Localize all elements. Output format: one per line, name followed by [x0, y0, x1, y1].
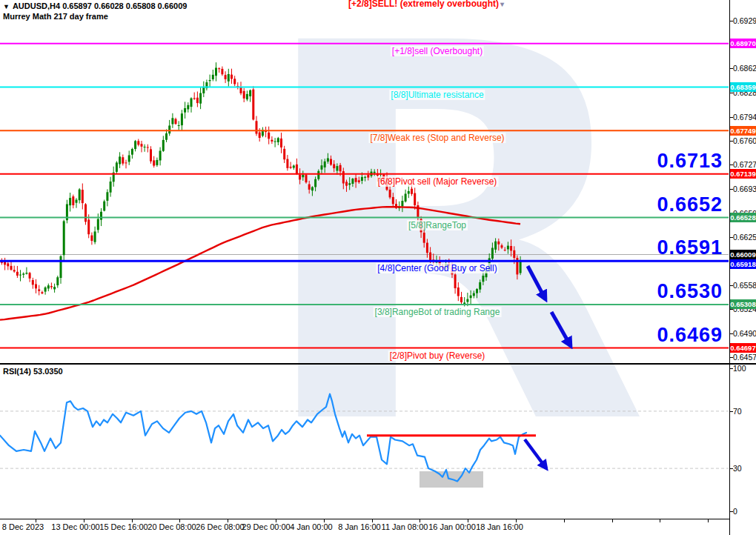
murrey-level-lines — [0, 44, 729, 348]
rsi-indicator-label: RSI(14) 53.0350 — [3, 367, 63, 376]
rsi-indicator-pane[interactable] — [0, 365, 729, 519]
level-price-callout: 0.6652 — [657, 193, 723, 216]
price-scale-label: 0.68620 — [733, 64, 756, 73]
trend-arrow — [525, 439, 546, 468]
murrey-level-label: [2/8]Pivot buy (Reverse) — [388, 350, 487, 361]
time-scale-tick — [660, 519, 660, 522]
pane-separator[interactable] — [0, 363, 756, 365]
trading-chart-window: R ▼AUDUSD,H4 0.65897 0.66028 0.65808 0.6… — [0, 0, 756, 535]
chart-header: ▼AUDUSD,H4 0.65897 0.66028 0.65808 0.660… — [3, 1, 187, 10]
signal-label: [+2/8]SELL! (extremely overbought) — [348, 0, 499, 9]
time-scale-label: 8 Jan 16:00 — [338, 522, 381, 531]
time-scale-label: 15 Dec 16:00 — [99, 522, 147, 531]
time-scale-label: 11 Jan 08:00 — [382, 522, 428, 531]
time-scale-label: 29 Dec 00:00 — [242, 522, 290, 531]
rsi-scale-label: 30 — [733, 464, 742, 473]
indicator-name: Murrey Math 217 day frame — [3, 12, 108, 21]
time-scale-tick — [708, 519, 709, 522]
time-scale-label: 13 Dec 00:00 — [51, 522, 99, 531]
price-scale-badge: 0.66009 — [730, 250, 756, 259]
price-scale[interactable]: 0.692900.686200.682800.679400.676000.672… — [729, 0, 756, 535]
price-scale-badge: 0.68970 — [730, 39, 756, 48]
murrey-level-label: [7/8]Weak res (Stop and Reverse) — [368, 133, 505, 143]
trend-arrow — [551, 312, 571, 346]
main-price-pane[interactable] — [0, 0, 729, 364]
price-scale-label: 0.64900 — [733, 329, 756, 339]
time-scale-label: 16 Jan 00:00 — [428, 522, 476, 531]
price-scale-badge: 0.66528 — [730, 213, 756, 222]
murrey-level-label: [3/8]RangeBot of trading Range — [374, 307, 502, 317]
signal-caret-icon: ▾ — [500, 0, 504, 8]
rsi-scale-label: 100 — [733, 364, 746, 373]
price-scale-label: 0.64570 — [733, 353, 756, 362]
time-scale-label: 4 Jan 00:00 — [290, 522, 333, 531]
time-scale-label: 20 Dec 08:00 — [147, 522, 196, 531]
symbol-quote-line: AUDUSD,H4 0.65897 0.66028 0.65808 0.6600… — [13, 1, 187, 10]
price-scale-label: 0.69290 — [733, 16, 756, 26]
murrey-level-label: [6/8]Pivot sell (Major Reverse) — [377, 176, 499, 187]
price-scale-label: 0.66250 — [733, 233, 756, 242]
murrey-level-label: [5/8]RangeTop — [407, 220, 468, 230]
time-scale-label: 18 Jan 16:00 — [476, 522, 523, 531]
level-price-callout: 0.6530 — [657, 280, 723, 302]
price-scale-label: 0.67600 — [733, 136, 756, 146]
price-scale-label: 0.66930 — [733, 185, 756, 194]
murrey-level-label: [+1/8]sell (Overbought) — [391, 46, 484, 56]
price-scale-badge: 0.67749 — [730, 126, 756, 136]
murrey-level-label: [4/8]Center (Good Buy or Sell) — [376, 263, 498, 273]
time-scale-tick — [564, 519, 565, 522]
price-scale-badge: 0.67139 — [730, 169, 756, 179]
price-scale-badge: 0.65918 — [730, 259, 756, 269]
time-scale-label: 8 Dec 2023 — [2, 522, 44, 531]
price-scale-badge: 0.65308 — [730, 299, 756, 309]
price-scale-label: 0.67270 — [733, 160, 756, 170]
price-scale-label: 0.67940 — [733, 113, 756, 122]
price-scale-badge: 0.68359 — [730, 82, 756, 92]
time-scale-tick — [612, 519, 613, 522]
rsi-scale-label: 70 — [733, 407, 742, 416]
level-price-callout: 0.6713 — [657, 150, 723, 172]
level-price-callout: 0.6591 — [657, 236, 723, 259]
murrey-signal-text: [+2/8]SELL! (extremely overbought)▾ — [348, 0, 504, 9]
time-scale-label: 26 Dec 08:00 — [196, 522, 244, 531]
chart-dropdown-icon[interactable]: ▼ — [3, 3, 10, 10]
rsi-scale-label: 0 — [733, 507, 737, 516]
murrey-level-label: [8/8]Ultimate resistance — [389, 90, 485, 100]
trend-arrow — [528, 266, 546, 299]
price-scale-label: 0.65580 — [733, 281, 756, 290]
price-scale-badge: 0.64697 — [730, 343, 756, 353]
level-price-callout: 0.6469 — [657, 324, 723, 346]
time-scale[interactable]: 8 Dec 202313 Dec 00:0015 Dec 16:0020 Dec… — [0, 519, 729, 535]
